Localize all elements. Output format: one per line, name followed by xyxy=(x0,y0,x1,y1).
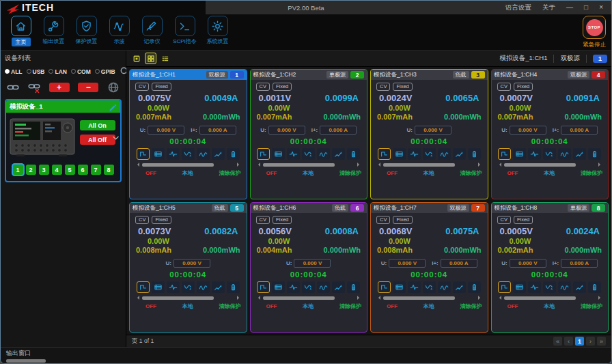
single-view-button[interactable] xyxy=(130,53,142,64)
voltage-set-input[interactable]: 0.000 V xyxy=(148,126,184,135)
all-off-button[interactable]: All Off xyxy=(80,135,115,145)
sine-wave-icon[interactable] xyxy=(317,148,330,160)
device-card[interactable]: 模拟设备_1 xyxy=(5,99,122,182)
last-page-button[interactable]: » xyxy=(597,337,606,346)
pulse-icon[interactable] xyxy=(287,148,300,160)
edit-device-icon[interactable] xyxy=(108,102,117,111)
voltage-set-input[interactable]: 0.000 V xyxy=(294,259,331,268)
local-mode-button[interactable]: 本地 xyxy=(533,302,555,311)
filter-usb[interactable]: USB xyxy=(27,68,45,75)
sequence-table-icon[interactable] xyxy=(513,148,526,160)
toolbar-item-home[interactable]: 主页 xyxy=(5,16,37,46)
output-off-button[interactable]: OFF xyxy=(376,302,398,311)
clear-protection-button[interactable]: 清除保护 xyxy=(450,302,482,311)
disconnect-icon[interactable] xyxy=(28,81,40,94)
filter-all[interactable]: ALL xyxy=(5,68,23,75)
local-mode-button[interactable]: 本地 xyxy=(172,302,193,311)
pulse-icon[interactable] xyxy=(408,281,421,293)
clear-protection-button[interactable]: 清除保护 xyxy=(209,302,241,311)
local-mode-button[interactable]: 本地 xyxy=(413,302,434,311)
clear-protection-button[interactable]: 清除保护 xyxy=(570,169,602,178)
channel-card-header[interactable]: 模拟设备_1:CH4 双极源 4 xyxy=(492,70,609,80)
channel-card-header[interactable]: 模拟设备_1:CH1 双极源 1 xyxy=(130,70,247,80)
voltage-set-input[interactable]: 0.000 V xyxy=(173,259,210,268)
channel-button-1[interactable]: 1 xyxy=(13,165,23,175)
clear-protection-button[interactable]: 清除保护 xyxy=(450,169,482,178)
channel-button-4[interactable]: 4 xyxy=(52,165,62,175)
scroll-right-icon[interactable] xyxy=(357,296,361,300)
grid-view-button[interactable] xyxy=(145,53,156,64)
sequence-table-icon[interactable] xyxy=(272,148,285,160)
ramp-icon[interactable] xyxy=(573,148,586,160)
pulse-icon[interactable] xyxy=(287,281,300,293)
network-icon[interactable] xyxy=(107,81,120,94)
current-set-input[interactable]: 0.000 A xyxy=(561,259,598,268)
wave-arrow-icon[interactable] xyxy=(302,281,315,293)
local-mode-button[interactable]: 本地 xyxy=(292,169,314,178)
scroll-left-icon[interactable] xyxy=(256,163,260,167)
sequence-table-icon[interactable] xyxy=(393,281,406,293)
wave-arrow-icon[interactable] xyxy=(543,281,556,293)
step-wave-icon[interactable] xyxy=(137,281,150,293)
filter-gpib[interactable]: GPIB xyxy=(95,68,115,75)
current-set-input[interactable]: 0.000 A xyxy=(199,126,236,135)
voltage-set-input[interactable]: 0.000 V xyxy=(389,259,426,268)
scroll-left-icon[interactable] xyxy=(135,296,139,300)
pulse-icon[interactable] xyxy=(528,281,541,293)
voltage-set-input[interactable]: 0.000 V xyxy=(415,126,451,135)
scroll-right-icon[interactable] xyxy=(237,296,241,300)
language-settings-menu[interactable]: 语言设置 xyxy=(505,3,531,12)
channel-button-2[interactable]: 2 xyxy=(26,165,36,175)
sine-wave-icon[interactable] xyxy=(197,281,210,293)
output-off-button[interactable]: OFF xyxy=(135,169,156,178)
pulse-icon[interactable] xyxy=(408,148,421,160)
current-page-button[interactable]: 1 xyxy=(575,337,584,346)
clear-protection-button[interactable]: 清除保护 xyxy=(209,169,241,178)
connect-icon[interactable] xyxy=(7,81,19,94)
scroll-left-icon[interactable] xyxy=(376,296,380,300)
next-page-button[interactable]: › xyxy=(586,337,595,346)
scroll-right-icon[interactable] xyxy=(478,163,482,167)
wave-arrow-icon[interactable] xyxy=(182,148,195,160)
ramp-icon[interactable] xyxy=(332,281,345,293)
list-view-button[interactable] xyxy=(159,53,171,64)
card-scrollbar[interactable] xyxy=(256,296,362,300)
step-wave-icon[interactable] xyxy=(378,148,391,160)
all-on-button[interactable]: All On xyxy=(80,120,115,130)
card-scrollbar[interactable] xyxy=(497,163,603,167)
battery-icon[interactable] xyxy=(468,148,481,160)
step-wave-icon[interactable] xyxy=(137,148,150,160)
add-device-button[interactable]: + xyxy=(49,83,70,92)
panel-resize-handle[interactable] xyxy=(6,359,46,363)
close-button[interactable]: × xyxy=(599,4,603,11)
wave-arrow-icon[interactable] xyxy=(423,281,436,293)
scrollbar-thumb[interactable] xyxy=(142,296,214,300)
output-off-button[interactable]: OFF xyxy=(497,169,518,178)
scroll-right-icon[interactable] xyxy=(237,163,241,167)
maximize-button[interactable]: □ xyxy=(584,4,588,11)
toolbar-item-output-settings[interactable]: 输出设置 xyxy=(38,16,70,46)
voltage-set-input[interactable]: 0.000 V xyxy=(510,126,546,135)
channel-button-7[interactable]: 7 xyxy=(91,165,101,175)
scroll-left-icon[interactable] xyxy=(376,163,380,167)
local-mode-button[interactable]: 本地 xyxy=(172,169,193,178)
scrollbar-thumb[interactable] xyxy=(504,296,576,300)
channel-card-header[interactable]: 模拟设备_1:CH6 负载 6 xyxy=(251,203,367,213)
sequence-table-icon[interactable] xyxy=(152,148,165,160)
scroll-left-icon[interactable] xyxy=(497,296,501,300)
breadcrumb-mode[interactable]: 双极源 xyxy=(560,54,580,63)
step-wave-icon[interactable] xyxy=(378,281,391,293)
clear-protection-button[interactable]: 清除保护 xyxy=(329,302,361,311)
battery-icon[interactable] xyxy=(588,148,601,160)
output-off-button[interactable]: OFF xyxy=(256,169,277,178)
scroll-right-icon[interactable] xyxy=(598,296,602,300)
scroll-right-icon[interactable] xyxy=(478,296,482,300)
battery-icon[interactable] xyxy=(468,281,481,293)
prev-page-button[interactable]: ‹ xyxy=(564,337,573,346)
toolbar-item-oscilloscope[interactable]: 示波 xyxy=(103,16,135,46)
battery-icon[interactable] xyxy=(347,281,360,293)
sine-wave-icon[interactable] xyxy=(558,281,571,293)
current-set-input[interactable]: 0.000 A xyxy=(320,126,357,135)
channel-card-header[interactable]: 模拟设备_1:CH7 双极源 7 xyxy=(371,203,488,213)
sequence-table-icon[interactable] xyxy=(152,281,165,293)
